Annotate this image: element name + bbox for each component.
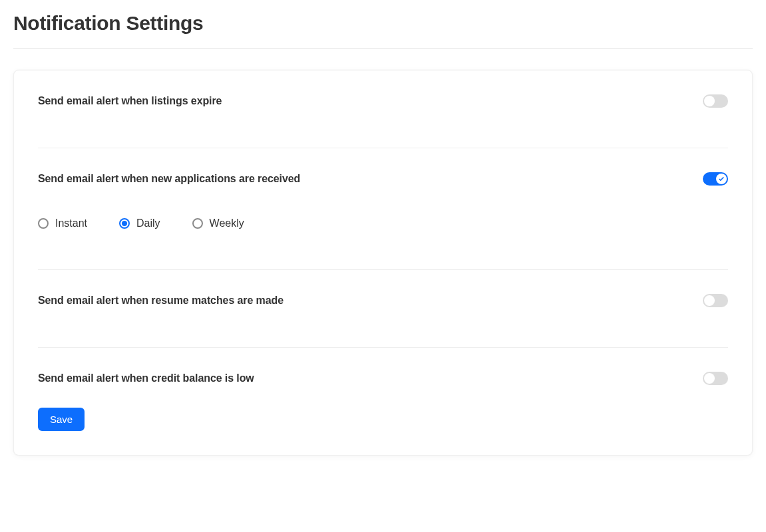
radio-label-instant: Instant: [55, 217, 87, 229]
setting-resume-matches: Send email alert when resume matches are…: [38, 270, 728, 348]
setting-label-listings-expire: Send email alert when listings expire: [38, 95, 222, 107]
toggle-listings-expire[interactable]: [703, 94, 728, 108]
toggle-knob: [704, 373, 715, 384]
radio-circle-icon: [119, 218, 130, 229]
settings-card: Send email alert when listings expire Se…: [13, 70, 753, 456]
radio-circle-icon: [38, 218, 49, 229]
radio-weekly[interactable]: Weekly: [192, 217, 244, 229]
radio-daily[interactable]: Daily: [119, 217, 160, 229]
toggle-new-applications[interactable]: [703, 172, 728, 186]
setting-label-credit-balance: Send email alert when credit balance is …: [38, 372, 254, 384]
radio-circle-icon: [192, 218, 203, 229]
radio-label-weekly: Weekly: [210, 217, 244, 229]
page-title: Notification Settings: [13, 0, 753, 49]
check-icon: [718, 176, 725, 182]
toggle-knob: [716, 174, 727, 184]
radio-instant[interactable]: Instant: [38, 217, 87, 229]
toggle-knob: [704, 295, 715, 306]
frequency-options: Instant Daily Weekly: [38, 217, 728, 229]
setting-label-new-applications: Send email alert when new applications a…: [38, 173, 300, 185]
radio-dot-icon: [122, 221, 127, 226]
toggle-knob: [704, 96, 715, 106]
setting-label-resume-matches: Send email alert when resume matches are…: [38, 295, 284, 307]
setting-listings-expire: Send email alert when listings expire: [38, 94, 728, 148]
toggle-credit-balance[interactable]: [703, 372, 728, 385]
setting-credit-balance: Send email alert when credit balance is …: [38, 348, 728, 401]
setting-new-applications: Send email alert when new applications a…: [38, 148, 728, 270]
toggle-resume-matches[interactable]: [703, 294, 728, 307]
radio-label-daily: Daily: [136, 217, 160, 229]
save-button[interactable]: Save: [38, 408, 85, 431]
